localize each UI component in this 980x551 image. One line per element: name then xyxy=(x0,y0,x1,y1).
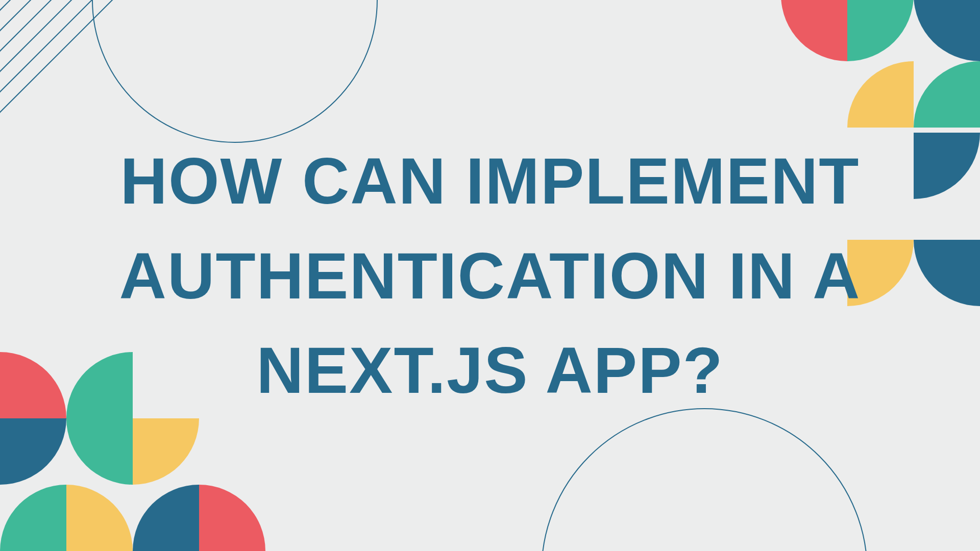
quarter-shape xyxy=(0,485,66,551)
quarter-shape xyxy=(133,418,199,485)
quarter-shape xyxy=(66,418,133,485)
quarter-shape xyxy=(66,485,133,551)
quarter-shape xyxy=(847,61,914,128)
quarter-shape xyxy=(133,485,199,551)
quarter-shape xyxy=(199,485,265,551)
svg-line-1 xyxy=(0,0,20,20)
circle-outline-bottom-right xyxy=(541,408,868,551)
quarter-shape xyxy=(781,0,847,61)
quarter-shape xyxy=(914,61,980,128)
quarter-shape xyxy=(0,418,66,485)
main-title: HOW CAN IMPLEMENT AUTHENTICATION IN A NE… xyxy=(49,134,931,418)
svg-line-2 xyxy=(0,0,41,41)
svg-line-3 xyxy=(0,0,61,61)
quarter-shape xyxy=(847,0,914,61)
quarter-shape xyxy=(914,0,980,61)
svg-line-4 xyxy=(0,0,82,82)
